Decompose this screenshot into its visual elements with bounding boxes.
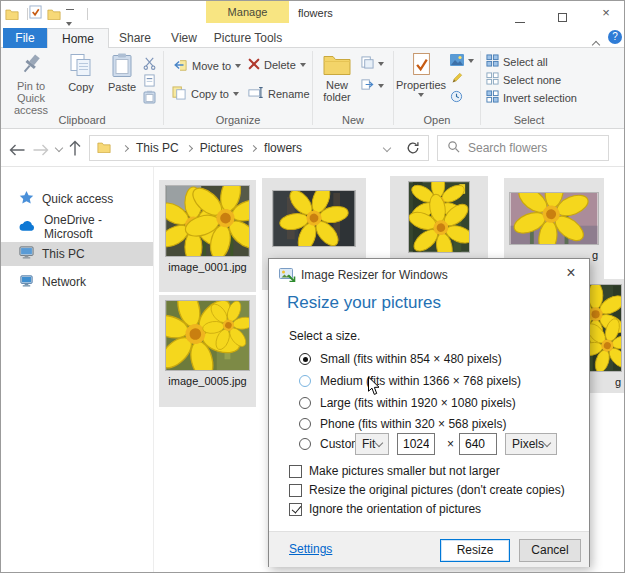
recent-locations-caret-icon[interactable]: [55, 144, 63, 152]
settings-link[interactable]: Settings: [289, 542, 332, 556]
open-button[interactable]: [450, 54, 474, 68]
qat-separator: [87, 8, 88, 20]
cancel-button[interactable]: Cancel: [519, 539, 581, 562]
tab-picture-tools[interactable]: Picture Tools: [207, 28, 289, 48]
size-option-small[interactable]: Small (fits within 854 × 480 pixels): [299, 352, 502, 366]
radio-small[interactable]: [299, 353, 311, 365]
copy-to-button[interactable]: Copy to: [172, 86, 239, 102]
custom-height-input[interactable]: [459, 433, 497, 455]
fit-dropdown[interactable]: Fit: [355, 433, 389, 455]
refresh-icon[interactable]: [406, 141, 420, 159]
properties-icon: [411, 51, 432, 79]
breadcrumb-pictures[interactable]: Pictures: [198, 141, 245, 155]
qat-separator: [27, 8, 28, 20]
custom-width-input[interactable]: [397, 433, 435, 455]
qat-folder2-icon[interactable]: [47, 6, 61, 24]
size-option-label: Large (fits within 1920 × 1080 pixels): [320, 396, 516, 410]
qat-properties-icon[interactable]: [29, 5, 42, 23]
radio-phone[interactable]: [299, 418, 311, 430]
ribbon: Pin to Quick access Copy Paste: [1, 48, 625, 129]
copy-button[interactable]: Copy: [61, 52, 101, 93]
edit-button[interactable]: [450, 72, 463, 87]
ribbon-group-open: Properties Open: [394, 48, 480, 128]
paste-shortcut-icon[interactable]: [143, 90, 156, 108]
delete-button[interactable]: Delete: [248, 58, 306, 72]
checkbox-box[interactable]: [289, 465, 302, 478]
close-button[interactable]: ×: [595, 5, 617, 20]
organize-group-label: Organize: [164, 114, 312, 126]
select-none-icon: [486, 72, 499, 87]
address-bar: This PC Pictures flowers Search flowers: [1, 129, 625, 167]
size-option-medium[interactable]: Medium (fits within 1366 × 768 pixels): [299, 374, 521, 388]
radio-large[interactable]: [299, 397, 311, 409]
checkbox-smaller-only[interactable]: Make pictures smaller but not larger: [289, 464, 500, 478]
checkbox-resize-originals[interactable]: Resize the original pictures (don't crea…: [289, 483, 565, 497]
size-option-custom[interactable]: Custom: [299, 437, 361, 451]
size-option-large[interactable]: Large (fits within 1920 × 1080 pixels): [299, 396, 516, 410]
cut-icon[interactable]: [143, 56, 156, 74]
invert-selection-button[interactable]: Invert selection: [486, 90, 577, 105]
select-all-button[interactable]: Select all: [486, 54, 548, 69]
contextual-tab-manage[interactable]: Manage: [206, 1, 289, 23]
breadcrumb-flowers[interactable]: flowers: [262, 141, 304, 155]
checkbox-label: Ignore the orientation of pictures: [309, 502, 481, 516]
tab-home[interactable]: Home: [47, 28, 109, 49]
dialog-close-button[interactable]: ×: [561, 264, 581, 282]
easy-access-button[interactable]: [361, 78, 384, 93]
pin-to-quick-access-button[interactable]: Pin to Quick access: [7, 52, 55, 116]
sidebar-item-onedrive[interactable]: OneDrive - Microsoft: [1, 215, 153, 239]
help-icon[interactable]: ?: [608, 30, 622, 44]
checkbox-label: Make pictures smaller but not larger: [309, 464, 500, 478]
history-button[interactable]: [450, 90, 463, 105]
resize-button[interactable]: Resize: [440, 539, 510, 562]
properties-button[interactable]: Properties: [396, 51, 446, 97]
rename-button[interactable]: Rename: [248, 86, 310, 101]
breadcrumb-this-pc[interactable]: This PC: [134, 141, 181, 155]
file-item-1[interactable]: image_0001.jpg: [159, 180, 256, 292]
new-item-button[interactable]: [361, 56, 384, 71]
file-item-5[interactable]: image_0005.jpg: [159, 295, 256, 407]
pin-icon: [19, 52, 43, 80]
new-group-label: New: [313, 114, 393, 126]
chevron-down-icon: [375, 438, 383, 446]
maximize-button[interactable]: [558, 8, 567, 26]
address-dropdown-caret-icon[interactable]: [383, 144, 391, 152]
back-icon[interactable]: [9, 142, 25, 160]
new-folder-button[interactable]: New folder: [317, 52, 357, 103]
copy-icon: [69, 52, 93, 81]
select-none-button[interactable]: Select none: [486, 72, 561, 87]
star-icon: [19, 190, 34, 208]
size-option-label: Medium (fits within 1366 × 768 pixels): [320, 374, 521, 388]
radio-custom[interactable]: [299, 438, 311, 450]
checkbox-ignore-orientation[interactable]: Ignore the orientation of pictures: [289, 502, 481, 516]
thumbnail: [408, 181, 470, 253]
sidebar-item-network[interactable]: Network: [1, 270, 153, 294]
sidebar-item-quick-access[interactable]: Quick access: [1, 187, 153, 211]
dialog-title: Image Resizer for Windows: [301, 268, 448, 282]
move-to-button[interactable]: Move to: [172, 58, 241, 74]
image-resizer-icon: [279, 266, 296, 286]
new-item-icon: [361, 56, 374, 71]
copy-to-label: Copy to: [191, 88, 229, 100]
file-name: image_0001.jpg: [168, 261, 246, 273]
address-box[interactable]: This PC Pictures flowers: [89, 135, 429, 161]
checkbox-box[interactable]: [289, 484, 302, 497]
checkbox-box-checked[interactable]: [289, 503, 302, 516]
move-to-icon: [172, 58, 188, 74]
tab-view[interactable]: View: [161, 28, 207, 48]
edit-pencil-icon: [450, 72, 463, 87]
search-box[interactable]: Search flowers: [437, 135, 609, 161]
up-icon[interactable]: [69, 140, 81, 160]
size-option-phone[interactable]: Phone (fits within 320 × 568 pixels): [299, 417, 506, 431]
window-title: flowers: [298, 7, 333, 19]
tab-share[interactable]: Share: [109, 28, 161, 48]
sidebar-item-this-pc[interactable]: This PC: [1, 242, 153, 266]
copy-path-icon[interactable]: [143, 73, 156, 91]
open-image-icon: [450, 54, 464, 68]
forward-icon[interactable]: [33, 142, 49, 160]
radio-medium[interactable]: [299, 375, 311, 387]
unit-dropdown[interactable]: Pixels: [505, 433, 557, 455]
qat-folder-icon[interactable]: [5, 6, 19, 24]
tab-file[interactable]: File: [3, 28, 47, 48]
paste-button[interactable]: Paste: [103, 52, 141, 93]
